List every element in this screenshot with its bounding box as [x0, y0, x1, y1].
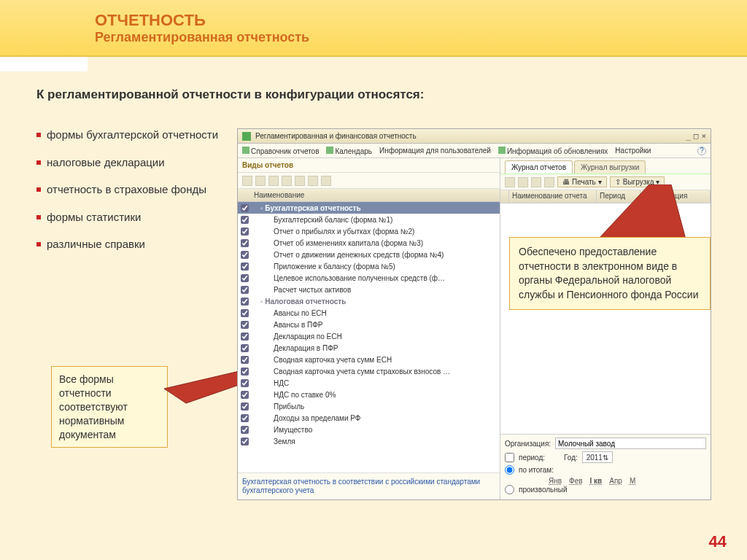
callout-right-arrow [598, 184, 686, 243]
tree-checkbox[interactable] [241, 251, 249, 259]
left-pane-title: Виды отчетов [238, 158, 500, 173]
tree-row[interactable]: ▫ Бухгалтерская отчетность [238, 202, 500, 214]
app-icon [242, 132, 251, 141]
opt-totals-radio[interactable] [505, 465, 514, 475]
tree-row[interactable]: Прибыль [238, 400, 500, 412]
tree-checkbox[interactable] [241, 204, 249, 212]
edit-icon[interactable] [268, 176, 279, 186]
tree-row[interactable]: Целевое использование полученных средств… [238, 272, 500, 284]
close-icon[interactable]: × [701, 131, 706, 141]
report-tree: ▫ Бухгалтерская отчетностьБухгалтерский … [238, 202, 500, 472]
quarter-link[interactable]: М [630, 477, 635, 485]
tree-checkbox[interactable] [241, 391, 249, 399]
tree-label: Отчет об изменениях капитала (форма №3) [253, 239, 423, 247]
tree-checkbox[interactable] [241, 274, 249, 282]
period-checkbox[interactable] [505, 453, 514, 462]
tree-checkbox[interactable] [241, 262, 249, 271]
uncheck-icon[interactable] [308, 176, 318, 186]
tree-row[interactable]: Авансы в ПФР [238, 319, 500, 330]
tree-checkbox[interactable] [241, 286, 249, 294]
tree-checkbox[interactable] [241, 239, 249, 247]
tree-label: Авансы в ПФР [253, 321, 322, 329]
update-icon [498, 147, 506, 154]
tree-checkbox[interactable] [241, 379, 249, 387]
tree-row[interactable]: Имущество [238, 424, 500, 435]
delete-icon[interactable] [531, 177, 541, 187]
maximize-icon[interactable]: □ [694, 131, 699, 141]
tree-row[interactable]: Приложение к балансу (форма №5) [238, 260, 500, 272]
tree-label: Имущество [253, 426, 312, 434]
quarter-link[interactable]: Апр [609, 477, 622, 485]
title-bar: Регламентированная и финансовая отчетнос… [238, 129, 711, 144]
tree-checkbox[interactable] [241, 309, 249, 317]
tab-export[interactable]: Журнал выгрузки [574, 160, 646, 174]
tree-label: Авансы по ЕСН [253, 309, 327, 317]
tree-row[interactable]: Сводная карточка учета сумм ЕСН [238, 354, 500, 365]
bullet-item: отчетность в страховые фонды [36, 182, 219, 197]
window-title: Регламентированная и финансовая отчетнос… [255, 132, 417, 140]
opt-custom-label: произвольный [519, 486, 568, 494]
tree-row[interactable]: Земля [238, 435, 500, 447]
refresh-icon[interactable] [544, 177, 554, 187]
menu-item[interactable]: Справочник отчетов [242, 147, 319, 155]
quarter-link[interactable]: I кв [590, 477, 603, 485]
tree-row[interactable]: ▫ Налоговая отчетность [238, 295, 500, 307]
calendar-icon [326, 147, 333, 154]
help-icon[interactable]: ? [697, 147, 706, 155]
refresh-icon[interactable] [282, 176, 292, 186]
tree-row[interactable]: НДС по ставке 0% [238, 389, 500, 400]
tree-checkbox[interactable] [241, 402, 249, 411]
tree-checkbox[interactable] [241, 228, 249, 236]
opt-custom-radio[interactable] [505, 485, 514, 494]
filter-icon[interactable] [505, 177, 515, 187]
new-icon[interactable] [242, 176, 252, 186]
quarter-links: Янв Фев I кв Апр М [505, 477, 706, 485]
col-name[interactable]: Наименование отчета [509, 190, 597, 203]
filter-icon[interactable] [321, 176, 331, 186]
tree-row[interactable]: Бухгалтерский баланс (форма №1) [238, 214, 500, 225]
tree-row[interactable]: НДС [238, 377, 500, 389]
tree-label: Декларация в ПФР [253, 344, 338, 352]
bullet-item: налоговые декларации [36, 155, 219, 170]
year-stepper[interactable]: 2011 ⇅ [582, 451, 613, 463]
quarter-link[interactable]: Янв [549, 477, 562, 485]
page-number: 44 [709, 532, 727, 551]
left-pane: Виды отчетов Наименование ▫ Бухгалтерска… [238, 158, 500, 499]
tree-row[interactable]: Расчет чистых активов [238, 284, 500, 295]
tree-checkbox[interactable] [241, 426, 249, 434]
tree-checkbox[interactable] [241, 332, 249, 341]
menu-item[interactable]: Информация об обновлениях [498, 147, 608, 155]
tab-journal[interactable]: Журнал отчетов [505, 160, 573, 174]
tree-row[interactable]: Сводная карточка учета сумм страховых вз… [238, 365, 500, 377]
check-icon[interactable] [295, 176, 305, 186]
new-icon[interactable] [518, 177, 528, 187]
tree-label: Бухгалтерский баланс (форма №1) [253, 216, 392, 224]
menu-item[interactable]: Информация для пользователей [379, 147, 491, 155]
folder-icon[interactable] [255, 176, 266, 186]
left-column-header[interactable]: Наименование [238, 189, 500, 202]
tree-label: Целевое использование полученных средств… [253, 274, 445, 282]
tree-checkbox[interactable] [241, 344, 249, 352]
tree-row[interactable]: Отчет об изменениях капитала (форма №3) [238, 237, 500, 249]
tree-checkbox[interactable] [241, 216, 249, 224]
tree-checkbox[interactable] [241, 368, 249, 376]
tree-row[interactable]: Авансы по ЕСН [238, 307, 500, 319]
tree-row[interactable]: Декларация в ПФР [238, 342, 500, 354]
tree-checkbox[interactable] [241, 321, 249, 329]
tree-checkbox[interactable] [241, 438, 249, 446]
tree-row[interactable]: Отчет о движении денежных средств (форма… [238, 249, 500, 260]
tree-checkbox[interactable] [241, 298, 249, 306]
tree-row[interactable]: Декларация по ЕСН [238, 330, 500, 342]
menu-item[interactable]: Настройки [615, 147, 651, 155]
slide-title: ОТЧЕТНОСТЬ [95, 11, 309, 30]
tree-checkbox[interactable] [241, 414, 249, 422]
minimize-icon[interactable]: _ [686, 131, 691, 141]
tree-row[interactable]: Отчет о прибылях и убытках (форма №2) [238, 225, 500, 237]
quarter-link[interactable]: Фев [569, 477, 582, 485]
tree-label: Сводная карточка учета сумм страховых вз… [253, 368, 450, 376]
tree-checkbox[interactable] [241, 356, 249, 364]
org-input[interactable] [555, 438, 706, 449]
tree-row[interactable]: Доходы за пределами РФ [238, 412, 500, 424]
menu-item[interactable]: Календарь [326, 147, 371, 155]
tree-label: НДС по ставке 0% [253, 391, 336, 399]
